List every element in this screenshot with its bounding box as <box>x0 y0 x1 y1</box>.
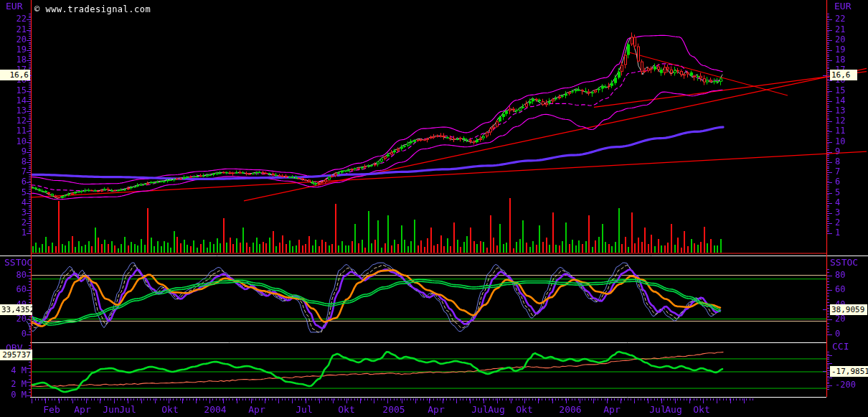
time-label-8-Okt: Okt <box>338 404 354 415</box>
price-tick-left-2: 2 <box>10 218 27 228</box>
price-tick-left-18: 18 <box>10 55 27 65</box>
time-label-2-Jun: Jun <box>103 404 119 415</box>
price-tick-left-7: 7 <box>10 167 27 177</box>
price-tick-right-5: 5 <box>835 188 840 197</box>
time-label-10-Apr: Apr <box>428 404 444 415</box>
price-tick-left-4: 4 <box>10 198 27 207</box>
obv-tick-4M: 4 M <box>6 366 27 375</box>
copyright-text: © www.tradesignal.com <box>34 4 151 14</box>
left-price-axis-label: EUR <box>6 1 22 11</box>
time-label-18-Okt: Okt <box>693 404 709 415</box>
current-price-label-left: 16,6 <box>0 70 30 80</box>
time-label-16-Jul: Jul <box>649 404 666 415</box>
price-tick-left-5: 5 <box>10 188 27 197</box>
price-tick-right-6: 6 <box>835 177 840 187</box>
right-price-axis-label: EUR <box>834 1 851 11</box>
time-label-1-Apr: Apr <box>74 404 90 415</box>
obv-tick-2M: 2 M <box>6 380 27 389</box>
time-label-4-Okt: Okt <box>161 404 178 415</box>
price-tick-right-8: 8 <box>835 157 840 167</box>
sstoc-label-right: SSTOC <box>830 258 858 267</box>
sstoc-tick-left-60: 60 <box>6 285 27 294</box>
price-tick-left-21: 21 <box>10 25 27 34</box>
sstoc-tick-right-0: 0 <box>835 329 840 339</box>
obv-tick-0M: 0 M <box>6 390 27 400</box>
price-tick-right-1: 1 <box>835 228 840 238</box>
price-tick-left-11: 11 <box>10 126 27 136</box>
time-label-12-Aug: Aug <box>488 404 504 415</box>
sstoc-tick-left-20: 20 <box>6 314 27 324</box>
price-tick-right-9: 9 <box>835 147 840 156</box>
price-tick-right-15: 15 <box>835 86 845 95</box>
time-label-13-Okt: Okt <box>516 404 532 415</box>
tradesignal-chart-window: © www.tradesignal.com EUR EUR 2221201918… <box>0 0 868 417</box>
price-tick-left-1: 1 <box>10 228 27 238</box>
price-tick-left-9: 9 <box>10 147 27 156</box>
sstoc-label-left: SSTOC <box>4 258 32 267</box>
time-label-0-Feb: Feb <box>43 404 60 415</box>
price-tick-left-12: 12 <box>10 116 27 126</box>
cci-label: CCI <box>832 342 849 351</box>
price-tick-left-19: 19 <box>10 45 27 55</box>
price-tick-left-13: 13 <box>10 106 27 116</box>
sstoc-tick-right-60: 60 <box>835 285 845 294</box>
time-label-6-Apr: Apr <box>248 404 265 415</box>
price-tick-right-19: 19 <box>835 45 845 55</box>
time-label-9-2005: 2005 <box>382 404 405 415</box>
obv-value-label: 295737 <box>0 350 32 360</box>
price-tick-left-3: 3 <box>10 208 27 217</box>
time-label-15-Apr: Apr <box>603 404 620 415</box>
price-tick-right-11: 11 <box>835 126 845 136</box>
price-tick-right-21: 21 <box>835 25 845 34</box>
price-tick-left-10: 10 <box>10 137 27 146</box>
time-label-7-Jul: Jul <box>296 404 312 415</box>
price-tick-right-22: 22 <box>835 14 845 24</box>
time-label-3-Jul: Jul <box>119 404 136 415</box>
sstoc-tick-right-20: 20 <box>835 314 845 324</box>
price-tick-left-15: 15 <box>10 86 27 95</box>
price-tick-left-22: 22 <box>10 14 27 24</box>
price-tick-right-13: 13 <box>835 106 845 116</box>
sstoc-tick-left-80: 80 <box>6 271 27 280</box>
chart-canvas[interactable] <box>0 0 868 417</box>
sstoc-value-left: 33,4352 <box>0 304 32 315</box>
time-label-14-2006: 2006 <box>559 404 581 415</box>
price-tick-right-7: 7 <box>835 167 840 177</box>
price-tick-right-4: 4 <box>835 198 840 207</box>
price-tick-right-18: 18 <box>835 55 845 65</box>
cci-value-label: -17,9851 <box>830 366 868 377</box>
time-label-17-Aug: Aug <box>665 404 681 415</box>
price-tick-right-10: 10 <box>835 137 845 146</box>
price-tick-right-3: 3 <box>835 208 840 217</box>
price-tick-right-14: 14 <box>835 96 845 106</box>
price-tick-right-20: 20 <box>835 35 845 44</box>
price-tick-right-12: 12 <box>835 116 845 126</box>
price-tick-left-8: 8 <box>10 157 27 167</box>
sstoc-tick-left-0: 0 <box>6 329 27 339</box>
price-tick-left-6: 6 <box>10 177 27 187</box>
time-label-5-2004: 2004 <box>204 404 226 415</box>
price-tick-left-14: 14 <box>10 96 27 106</box>
price-tick-right-2: 2 <box>835 218 840 228</box>
current-price-label-right: 16,6 <box>830 70 857 80</box>
sstoc-value-right: 38,9059 <box>830 304 867 315</box>
cci-tick-minus200: -200 <box>835 380 856 390</box>
time-label-11-Jul: Jul <box>471 404 488 415</box>
price-tick-left-20: 20 <box>10 35 27 44</box>
sstoc-tick-right-80: 80 <box>835 271 845 280</box>
